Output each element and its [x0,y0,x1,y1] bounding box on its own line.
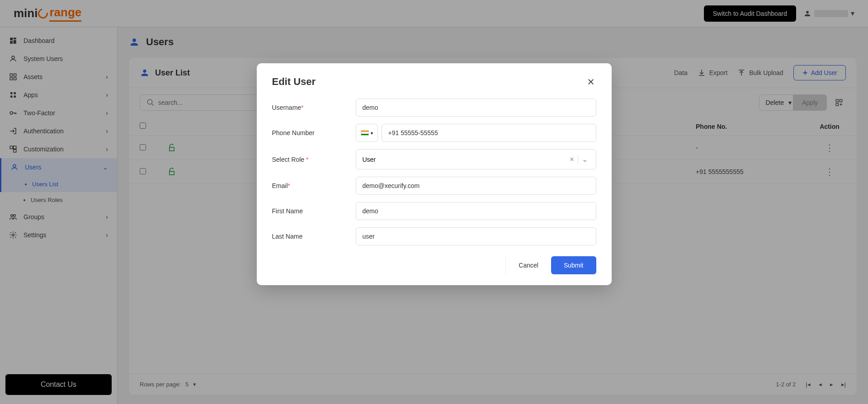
username-label: Username* [272,104,356,111]
edit-user-modal: Edit User Username* Phone Number ▾ Selec… [257,63,612,285]
modal-title: Edit User [272,76,316,88]
first-name-input[interactable] [356,202,596,220]
close-button[interactable] [585,76,596,87]
form-row-first-name: First Name [272,202,596,220]
clear-role-button[interactable]: × [566,154,577,165]
form-row-last-name: Last Name [272,227,596,245]
form-row-phone: Phone Number ▾ [272,124,596,142]
form-row-email: Email* [272,177,596,195]
phone-label: Phone Number [272,129,356,136]
role-value: User [363,156,566,163]
last-name-input[interactable] [356,227,596,245]
role-select[interactable]: User × ⌄ [356,149,596,169]
form-row-username: Username* [272,99,596,117]
flag-india-icon [361,130,369,136]
email-input[interactable] [356,177,596,195]
cancel-button[interactable]: Cancel [505,256,551,274]
form-row-role: Select Role * User × ⌄ [272,149,596,169]
email-label: Email* [272,182,356,189]
chevron-down-icon[interactable]: ⌄ [578,153,591,165]
modal-footer: Cancel Submit [272,256,596,274]
last-name-label: Last Name [272,233,356,240]
submit-button[interactable]: Submit [551,256,596,274]
modal-overlay[interactable]: Edit User Username* Phone Number ▾ Selec… [0,0,868,404]
first-name-label: First Name [272,207,356,215]
modal-header: Edit User [272,76,596,88]
phone-input[interactable] [382,124,596,142]
close-icon [587,78,594,85]
username-input[interactable] [356,99,596,117]
role-label: Select Role * [272,156,356,163]
caret-down-icon: ▾ [371,131,373,136]
country-code-selector[interactable]: ▾ [356,124,378,142]
